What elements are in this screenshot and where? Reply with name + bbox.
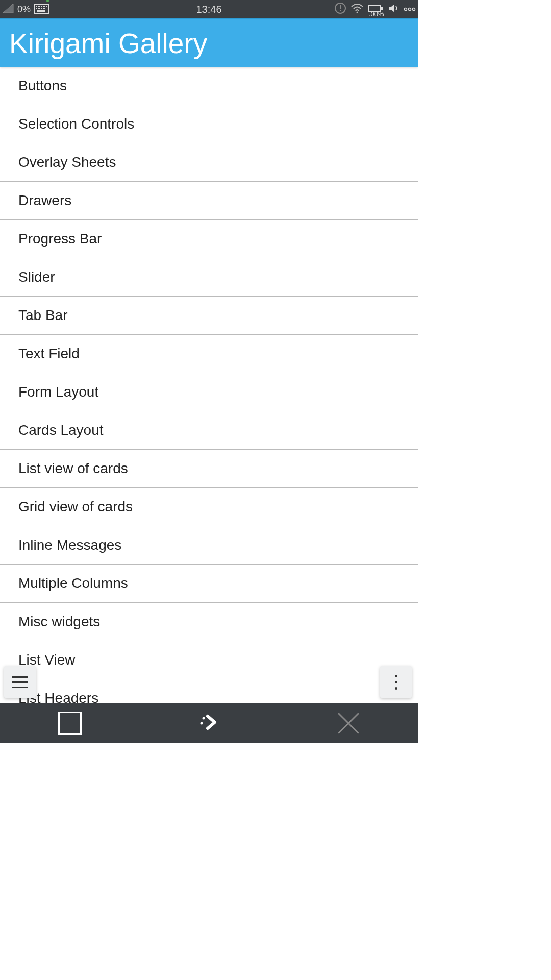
- list-item[interactable]: Multiple Columns: [0, 565, 418, 603]
- list-item-label: Cards Layout: [18, 422, 104, 438]
- close-icon: [336, 710, 361, 736]
- list-item-label: Buttons: [18, 78, 67, 94]
- list-item-label: Grid view of cards: [18, 499, 133, 515]
- keyboard-icon: [34, 3, 49, 16]
- svg-rect-1: [36, 6, 37, 7]
- svg-point-19: [413, 8, 415, 11]
- list-item[interactable]: Tab Bar: [0, 297, 418, 335]
- status-left: 0%: [2, 3, 49, 16]
- list-item[interactable]: Slider: [0, 258, 418, 297]
- main-list[interactable]: Buttons Selection Controls Overlay Sheet…: [0, 67, 418, 703]
- list-item[interactable]: Text Field: [0, 335, 418, 373]
- svg-rect-4: [43, 6, 45, 7]
- volume-icon: [387, 2, 399, 16]
- list-item[interactable]: List Headers: [0, 679, 418, 703]
- nav-bar: [0, 703, 418, 743]
- list-item[interactable]: Inline Messages: [0, 526, 418, 565]
- list-item[interactable]: Drawers: [0, 182, 418, 220]
- svg-point-17: [405, 8, 407, 11]
- hamburger-icon: [12, 676, 28, 688]
- app-header: Kirigami Gallery: [0, 18, 418, 67]
- battery-text: .00%: [369, 10, 384, 18]
- svg-rect-12: [340, 5, 341, 9]
- home-icon: [196, 712, 222, 734]
- svg-point-14: [357, 12, 358, 13]
- list-item[interactable]: Grid view of cards: [0, 488, 418, 526]
- nav-home-button[interactable]: [184, 708, 235, 739]
- nav-recent-button[interactable]: [44, 708, 95, 739]
- svg-rect-3: [41, 6, 42, 7]
- overflow-button[interactable]: [380, 666, 412, 698]
- svg-rect-8: [41, 8, 42, 9]
- list-item-label: List view of cards: [18, 460, 128, 477]
- list-item[interactable]: Progress Bar: [0, 220, 418, 258]
- list-item[interactable]: Selection Controls: [0, 105, 418, 143]
- svg-point-20: [202, 717, 205, 719]
- svg-rect-2: [38, 6, 40, 7]
- svg-rect-16: [381, 7, 383, 10]
- list-item-label: Slider: [18, 269, 55, 285]
- svg-rect-10: [37, 10, 45, 12]
- list-item-label: Tab Bar: [18, 307, 68, 324]
- svg-point-21: [200, 722, 203, 724]
- svg-rect-13: [340, 10, 341, 11]
- list-item-label: Misc widgets: [18, 614, 100, 630]
- svg-rect-9: [43, 8, 45, 9]
- status-bar: 0% 13:46: [0, 0, 418, 18]
- battery-icon: .00%: [368, 4, 383, 15]
- nav-close-button[interactable]: [323, 708, 374, 739]
- signal-percent: 0%: [17, 4, 31, 15]
- list-item-label: Inline Messages: [18, 537, 121, 553]
- svg-point-18: [409, 8, 411, 11]
- svg-rect-6: [36, 8, 37, 9]
- list-item-label: Selection Controls: [18, 116, 134, 132]
- signal-icon: [2, 3, 14, 16]
- list-item-label: Form Layout: [18, 384, 98, 400]
- list-item[interactable]: Buttons: [0, 67, 418, 105]
- status-time: 13:46: [196, 4, 221, 15]
- page-title: Kirigami Gallery: [9, 27, 207, 60]
- list-item-label: Drawers: [18, 192, 71, 209]
- list-item-label: Multiple Columns: [18, 575, 128, 592]
- list-item-label: Overlay Sheets: [18, 154, 116, 170]
- menu-button[interactable]: [4, 666, 36, 698]
- list-item[interactable]: Overlay Sheets: [0, 143, 418, 182]
- wifi-icon: [350, 3, 364, 16]
- status-right: .00%: [334, 2, 416, 16]
- svg-rect-5: [46, 6, 47, 7]
- list-item-label: Progress Bar: [18, 231, 102, 247]
- list-item[interactable]: Misc widgets: [0, 603, 418, 641]
- list-item[interactable]: Form Layout: [0, 373, 418, 411]
- alert-icon: [334, 2, 346, 16]
- svg-rect-7: [38, 8, 40, 9]
- list-item[interactable]: Cards Layout: [0, 411, 418, 450]
- list-item[interactable]: List View: [0, 641, 418, 679]
- more-dots-icon: [404, 5, 416, 14]
- list-item[interactable]: List view of cards: [0, 450, 418, 488]
- square-icon: [58, 712, 82, 735]
- dots-vertical-icon: [395, 675, 397, 690]
- list-item-label: Text Field: [18, 346, 80, 362]
